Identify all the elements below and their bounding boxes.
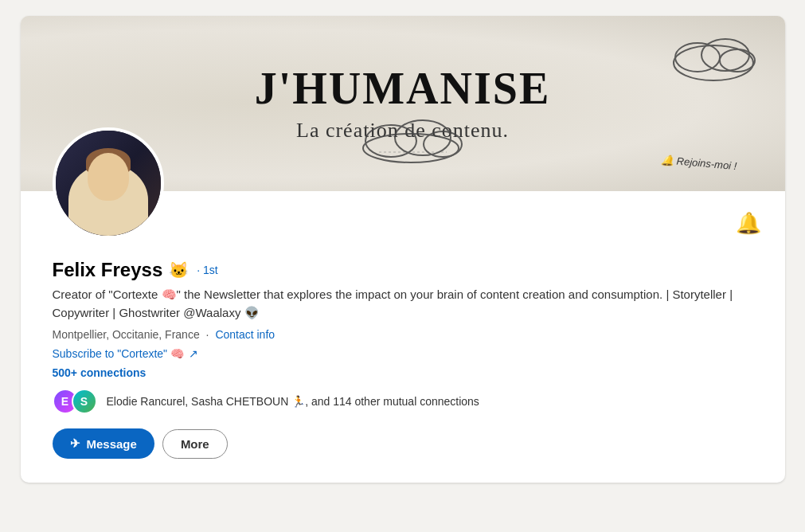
subscribe-label: Subscribe to "Cortexte" 🧠 (53, 347, 184, 360)
profile-card: Rejoins-moi ! J'HUMANISE La création de … (21, 16, 785, 483)
contact-info-link[interactable]: Contact info (215, 328, 275, 341)
mutual-avatars-group: E S (53, 389, 91, 414)
mutual-connections-row: E S Elodie Rancurel, Sasha CHETBOUN 🏃, a… (53, 389, 753, 414)
svg-point-2 (701, 39, 749, 71)
more-button[interactable]: More (162, 429, 228, 459)
notification-bell-icon[interactable]: 🔔 (736, 211, 761, 236)
banner-title: J'HUMANISE (255, 65, 551, 114)
avatar-image (56, 131, 161, 236)
more-button-label: More (181, 437, 209, 451)
message-button[interactable]: ✈ Message (53, 428, 154, 459)
location-row: Montpellier, Occitanie, France · Contact… (53, 328, 753, 341)
avatar (53, 127, 164, 239)
action-buttons-group: ✈ Message More (53, 428, 753, 459)
external-link-icon: ↗ (189, 347, 198, 360)
connections-link[interactable]: 500+ connections (53, 366, 753, 379)
connection-degree-badge: · 1st (197, 264, 217, 276)
profile-headline: Creator of "Cortexte 🧠" the Newsletter t… (53, 286, 737, 322)
mutual-connections-text: Elodie Rancurel, Sasha CHETBOUN 🏃, and 1… (107, 395, 479, 408)
location-text: Montpellier, Occitanie, France (53, 328, 200, 341)
send-icon: ✈ (70, 436, 80, 451)
message-button-label: Message (87, 437, 137, 451)
location-separator: · (203, 328, 213, 341)
cloud-decoration-top-right (666, 27, 761, 86)
svg-point-0 (674, 45, 753, 80)
mutual-avatar-2: S (72, 389, 97, 414)
avatar-head (88, 153, 129, 201)
name-row: Felix Freyss 🐱 · 1st (53, 259, 753, 281)
profile-name-emoji: 🐱 (169, 260, 189, 280)
profile-name: Felix Freyss (53, 259, 163, 281)
cloud-decoration-middle (355, 112, 467, 167)
subscribe-link[interactable]: Subscribe to "Cortexte" 🧠 ↗ (53, 347, 753, 360)
profile-info-section: Felix Freyss 🐱 · 1st Creator of "Cortext… (21, 243, 785, 483)
